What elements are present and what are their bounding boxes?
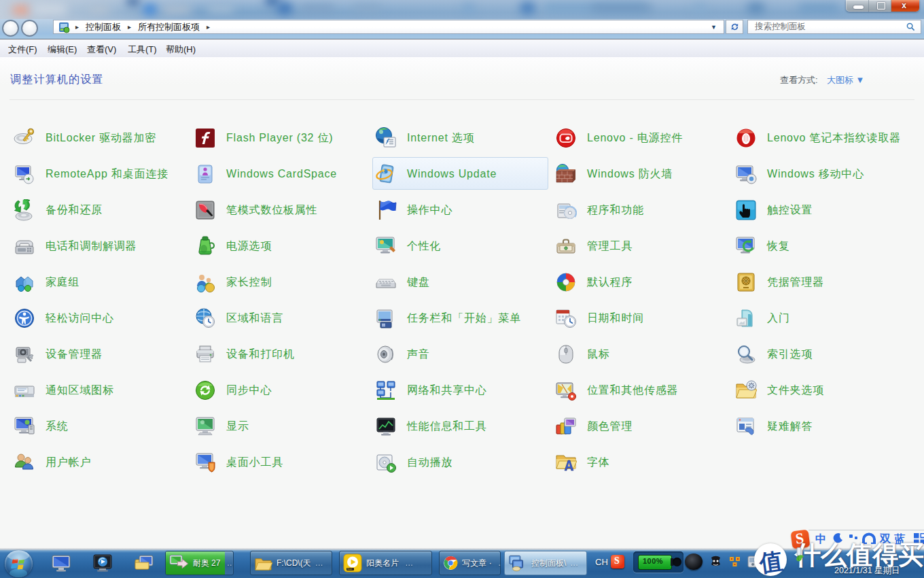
svg-text:NiuD: NiuD <box>347 568 353 571</box>
